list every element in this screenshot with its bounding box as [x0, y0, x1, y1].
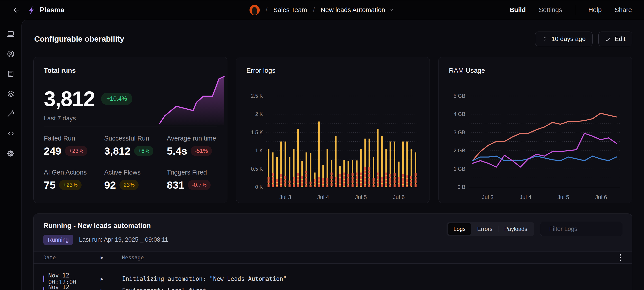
total-runs-sparkline [158, 73, 226, 125]
svg-text:Jul 5: Jul 5 [355, 194, 367, 200]
sidebar-item-account[interactable] [6, 49, 16, 59]
stat-ai-gen-actions: AI Gen Actions 75+23% [44, 169, 104, 190]
stat-average-run-time: Average run time 5.4s-51% [167, 135, 219, 156]
pencil-icon [605, 36, 611, 42]
stat-delta-badge: 23% [120, 180, 139, 190]
sidebar-item-code[interactable] [6, 129, 16, 139]
date-range-button[interactable]: 10 days ago [535, 32, 592, 46]
tab-payloads[interactable]: Payloads [498, 223, 533, 235]
log-body: Nov 12 00:12:00 ▶ Initializing automatio… [34, 263, 632, 290]
svg-text:0 B: 0 B [458, 184, 465, 190]
total-runs-value: 3,812 [44, 88, 95, 109]
column-message: Message [122, 255, 618, 260]
nav-link-help[interactable]: Help [588, 6, 602, 14]
back-button[interactable] [12, 6, 21, 15]
nav-link-build[interactable]: Build [510, 6, 526, 14]
svg-text:Jul 3: Jul 3 [482, 194, 494, 200]
nav-links: Build Settings Help Share [510, 5, 632, 15]
avatar[interactable] [250, 5, 260, 15]
svg-text:1 GB: 1 GB [454, 166, 465, 172]
stat-successful-run: Successful Run 3,812+6% [104, 135, 167, 156]
nav-link-settings[interactable]: Settings [539, 6, 562, 14]
filter-logs-input[interactable] [549, 225, 629, 233]
laptop-icon [7, 30, 15, 38]
gear-icon [7, 149, 15, 158]
more-options-button[interactable] [618, 253, 622, 262]
page-title: Configurable oberability [34, 35, 124, 43]
log-row[interactable]: Nov 12 00:12:00 ▶ Environment: Local-fir… [44, 285, 622, 290]
sidebar [0, 20, 22, 290]
svg-text:1 K: 1 K [255, 148, 263, 153]
filter-logs-box[interactable] [540, 222, 622, 236]
last-run-timestamp: Last run: Apr 19, 2025 _ 09:08:11 [79, 236, 168, 243]
svg-text:Jul 6: Jul 6 [393, 194, 405, 200]
log-table-header: Date ▶ Message [34, 251, 632, 263]
svg-text:Jul 5: Jul 5 [558, 194, 569, 200]
sidebar-item-layers[interactable] [6, 89, 16, 99]
stat-active-flows: Active Flows 9223% [104, 169, 167, 190]
ram-usage-title: RAM Usage [449, 67, 622, 74]
column-date: Date [44, 255, 100, 260]
svg-text:Jul 4: Jul 4 [520, 194, 532, 200]
log-row[interactable]: Nov 12 00:12:00 ▶ Initializing automatio… [44, 273, 622, 285]
tab-errors[interactable]: Errors [471, 223, 498, 235]
status-badge: Running [44, 235, 73, 245]
breadcrumb: / Sales Team / New leads Automation [250, 5, 395, 15]
breadcrumb-project-label: New leads Automation [321, 6, 385, 14]
expand-row-icon[interactable]: ▶ [100, 276, 122, 281]
document-icon [7, 70, 15, 78]
chevron-down-icon [388, 7, 394, 13]
updown-chevrons-icon [542, 36, 548, 42]
breadcrumb-project[interactable]: New leads Automation [321, 6, 395, 14]
date-range-label: 10 days ago [552, 35, 586, 43]
nav-link-share[interactable]: Share [615, 6, 632, 14]
brand-name: Plasma [40, 6, 64, 14]
code-icon [7, 130, 15, 138]
stat-delta-badge: -51% [191, 146, 212, 156]
svg-text:0 K: 0 K [255, 184, 263, 190]
log-tabs: Logs Errors Payloads [446, 222, 534, 236]
stat-triggers-fired: Triggers Fired 831-0.7% [167, 169, 219, 190]
stat-delta-badge: -0.7% [188, 180, 210, 190]
layers-icon [7, 90, 15, 98]
arrow-left-icon [12, 6, 20, 14]
user-circle-icon [7, 50, 15, 58]
svg-text:2 GB: 2 GB [454, 148, 465, 153]
sidebar-item-settings[interactable] [6, 149, 16, 158]
plasma-logo-icon [28, 6, 36, 14]
sidebar-item-magic[interactable] [6, 109, 16, 119]
log-row-marker [44, 275, 44, 282]
svg-text:3 GB: 3 GB [454, 130, 465, 135]
divider [246, 82, 420, 82]
edit-button[interactable]: Edit [598, 32, 632, 46]
breadcrumb-separator: / [313, 6, 315, 14]
svg-text:0.5 K: 0.5 K [251, 166, 263, 172]
svg-text:Jul 6: Jul 6 [595, 194, 607, 200]
svg-text:4 GB: 4 GB [454, 111, 465, 117]
ram-usage-card: RAM Usage 5 GB4 GB3 GB2 GB1 GB0 BJul 3Ju… [438, 57, 632, 203]
run-log-title: Running - New leads automation [44, 222, 168, 230]
svg-text:2 K: 2 K [255, 111, 263, 117]
divider [449, 82, 622, 82]
column-expand-icon: ▶ [100, 255, 122, 260]
expand-row-icon[interactable]: ▶ [100, 288, 122, 290]
breadcrumb-team[interactable]: Sales Team [273, 6, 307, 14]
error-logs-title: Error logs [246, 67, 420, 74]
sidebar-item-docs[interactable] [6, 69, 16, 79]
log-row-marker [44, 287, 44, 290]
ram-usage-chart: 5 GB4 GB3 GB2 GB1 GB0 BJul 3Jul 4Jul 5Ju… [449, 83, 622, 203]
error-logs-chart: 2.5 K2 K1.5 K1 K0.5 K0 KJul 3Jul 4Jul 5J… [246, 83, 420, 203]
stat-delta-badge: +6% [134, 146, 154, 156]
top-nav: Plasma / Sales Team / New leads Automati… [0, 0, 644, 20]
divider [44, 126, 217, 126]
svg-text:Jul 3: Jul 3 [280, 194, 291, 200]
magic-wand-icon [7, 110, 15, 118]
sidebar-item-desktop[interactable] [6, 29, 16, 39]
edit-label: Edit [615, 35, 626, 43]
brand[interactable]: Plasma [28, 6, 64, 14]
svg-text:5 GB: 5 GB [454, 93, 465, 99]
svg-text:2.5 K: 2.5 K [251, 93, 263, 99]
run-log-panel: Running - New leads automation Running L… [33, 213, 632, 290]
tab-logs[interactable]: Logs [448, 223, 471, 235]
svg-text:Jul 4: Jul 4 [317, 194, 329, 200]
